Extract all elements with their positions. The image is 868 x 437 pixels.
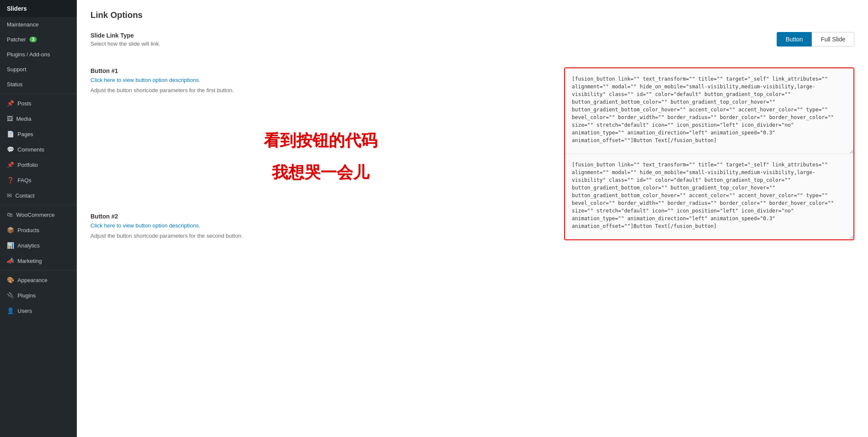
sidebar-item-label: Plugins <box>17 292 36 299</box>
sidebar-item-status[interactable]: Status <box>0 77 77 92</box>
sidebar: Sliders Maintenance Patcher 3 Plugins / … <box>0 0 77 437</box>
sidebar-item-label: FAQs <box>17 177 32 184</box>
sidebar-item-label: WooCommerce <box>16 212 55 218</box>
link-type-toggle-group: Button Full Slide <box>777 32 854 54</box>
slide-link-type-desc: Select how the slide will link. <box>90 41 760 47</box>
overlay-annotation: 看到按钮的代码 我想哭一会儿 <box>264 130 377 184</box>
button1-row: Button #1 Click here to view button opti… <box>90 67 854 246</box>
button1-code-textarea[interactable] <box>565 68 853 154</box>
sidebar-header: Sliders <box>0 0 77 17</box>
sidebar-item-pages[interactable]: 📄 Pages <box>0 126 77 142</box>
sidebar-item-label: Marketing <box>17 258 42 264</box>
products-icon: 📦 <box>7 227 14 233</box>
sidebar-item-posts[interactable]: 📌 Posts <box>0 96 77 111</box>
sidebar-item-media[interactable]: 🖼 Media <box>0 111 77 126</box>
main-content: Link Options Slide Link Type Select how … <box>77 0 868 437</box>
button-toggle[interactable]: Button <box>777 32 812 47</box>
portfolio-icon: 📌 <box>7 161 14 168</box>
sidebar-item-support[interactable]: Support <box>0 62 77 77</box>
faqs-icon: ❓ <box>7 177 14 184</box>
button1-label: Button #1 <box>90 67 551 74</box>
sidebar-divider-2 <box>0 205 77 205</box>
sidebar-item-contact[interactable]: ✉ Contact <box>0 188 77 203</box>
slide-link-type-label: Slide Link Type <box>90 32 760 39</box>
patcher-label: Patcher <box>7 36 26 43</box>
overlay-line2: 我想哭一会儿 <box>264 162 377 184</box>
appearance-icon: 🎨 <box>7 277 14 283</box>
button2-label: Button #2 <box>90 213 551 220</box>
sidebar-divider-1 <box>0 93 77 94</box>
sidebar-item-products[interactable]: 📦 Products <box>0 222 77 238</box>
overlay-line1: 看到按钮的代码 <box>264 130 377 151</box>
slide-link-type-left: Slide Link Type Select how the slide wil… <box>90 32 760 54</box>
button2-desc: Adjust the button shortcode parameters f… <box>90 233 551 239</box>
marketing-icon: 📣 <box>7 257 14 264</box>
sidebar-item-faqs[interactable]: ❓ FAQs <box>0 172 77 188</box>
sidebar-item-label: Contact <box>15 192 35 199</box>
woocommerce-icon: 🛍 <box>7 211 13 218</box>
code-panels <box>564 67 854 240</box>
button2-option-link[interactable]: Click here to view button option descrip… <box>90 222 200 229</box>
sidebar-item-label: Products <box>17 227 39 233</box>
pages-icon: 📄 <box>7 131 14 137</box>
sidebar-item-portfolio[interactable]: 📌 Portfolio <box>0 157 77 172</box>
sidebar-item-label: Support <box>7 66 26 73</box>
button1-option-link[interactable]: Click here to view button option descrip… <box>90 77 200 83</box>
button1-left: Button #1 Click here to view button opti… <box>90 67 551 246</box>
sidebar-item-label: Analytics <box>17 242 40 249</box>
sidebar-item-label: Pages <box>17 131 33 137</box>
sidebar-item-maintenance[interactable]: Maintenance <box>0 17 77 32</box>
sidebar-item-woocommerce[interactable]: 🛍 WooCommerce <box>0 207 77 222</box>
sidebar-item-label: Status <box>7 81 23 87</box>
sidebar-item-users[interactable]: 👤 Users <box>0 303 77 318</box>
comments-icon: 💬 <box>7 146 14 153</box>
patcher-badge: 3 <box>29 37 37 42</box>
sidebar-item-plugins[interactable]: 🔌 Plugins <box>0 288 77 303</box>
sidebar-item-plugins-addons[interactable]: Plugins / Add-ons <box>0 47 77 62</box>
full-slide-toggle[interactable]: Full Slide <box>812 32 854 47</box>
sidebar-item-label: Portfolio <box>17 162 38 168</box>
sidebar-item-marketing[interactable]: 📣 Marketing <box>0 253 77 268</box>
media-icon: 🖼 <box>7 115 13 122</box>
posts-icon: 📌 <box>7 100 14 107</box>
button2-code-textarea[interactable] <box>565 154 853 239</box>
page-title: Link Options <box>90 10 854 20</box>
sidebar-item-label: Maintenance <box>7 21 38 28</box>
sidebar-item-comments[interactable]: 💬 Comments <box>0 142 77 157</box>
sidebar-item-patcher[interactable]: Patcher 3 <box>0 32 77 47</box>
sidebar-item-label: Posts <box>17 100 32 107</box>
sidebar-divider-3 <box>0 270 77 271</box>
button1-desc: Adjust the button shortcode parameters f… <box>90 87 551 93</box>
plugins-icon: 🔌 <box>7 292 14 299</box>
sidebar-item-label: Plugins / Add-ons <box>7 51 50 58</box>
sidebar-item-label: Comments <box>17 146 44 153</box>
users-icon: 👤 <box>7 307 14 314</box>
sidebar-item-label: Appearance <box>17 277 47 283</box>
slide-link-type-section: Slide Link Type Select how the slide wil… <box>90 32 854 54</box>
sidebar-item-appearance[interactable]: 🎨 Appearance <box>0 272 77 288</box>
sidebar-item-analytics[interactable]: 📊 Analytics <box>0 238 77 253</box>
analytics-icon: 📊 <box>7 242 14 249</box>
contact-icon: ✉ <box>7 192 12 199</box>
sidebar-item-label: Users <box>17 308 32 314</box>
sidebar-item-label: Media <box>16 116 31 122</box>
